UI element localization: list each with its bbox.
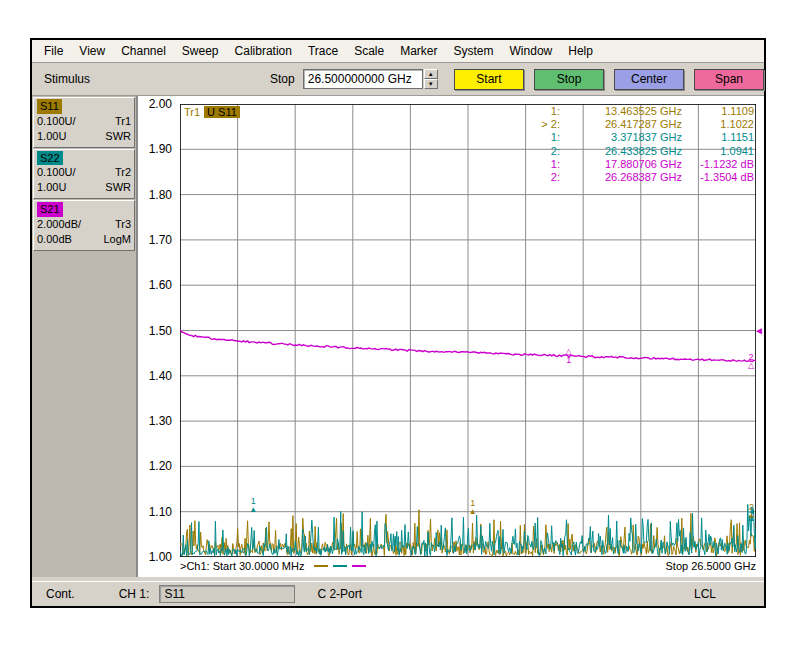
marker-readout: 1:13.463525 GHz1.1109> 2:26.417287 GHz1.…: [526, 105, 754, 184]
trace-name-s11: S11: [37, 99, 62, 114]
menu-bar: FileViewChannelSweepCalibrationTraceScal…: [32, 40, 764, 63]
active-trace-label: Tr1: [184, 106, 200, 118]
trace-name-s21: S21: [37, 202, 63, 217]
trace-sidebar: S110.100U/Tr11.00USWRS220.100U/Tr21.00US…: [32, 96, 138, 577]
y-tick: 1.00: [149, 550, 172, 564]
menu-scale[interactable]: Scale: [346, 42, 392, 60]
status-measurement-box[interactable]: S11: [159, 585, 295, 603]
main-area: S110.100U/Tr11.00USWRS220.100U/Tr21.00US…: [32, 96, 764, 581]
trace-card-row: 0.00dBLogM: [37, 232, 131, 247]
center-button[interactable]: Center: [614, 69, 684, 90]
trace-card-row: 0.100U/Tr1: [37, 114, 131, 129]
menu-calibration[interactable]: Calibration: [227, 42, 300, 60]
marker-readout-id: 2:: [526, 171, 560, 184]
trace-card-row: 2.000dB/Tr3: [37, 217, 131, 232]
legend-dash-tr1: [314, 565, 328, 567]
y-tick: 1.90: [149, 142, 172, 156]
marker-readout-freq: 13.463525 GHz: [566, 105, 682, 118]
menu-sweep[interactable]: Sweep: [174, 42, 227, 60]
stepper-down-icon[interactable]: ▼: [424, 79, 438, 89]
status-continuous: Cont.: [46, 587, 75, 601]
menu-view[interactable]: View: [71, 42, 113, 60]
status-lcl-indicator: LCL: [694, 587, 716, 601]
marker-readout-value: 1.1109: [688, 105, 754, 118]
span-button[interactable]: Span: [694, 69, 764, 90]
trace-name-s22: S22: [37, 151, 63, 166]
marker-readout-value: -1.1232 dB: [688, 158, 754, 171]
stop-frequency-input[interactable]: 26.500000000 GHz: [303, 69, 423, 89]
menu-help[interactable]: Help: [560, 42, 601, 60]
marker-readout-freq: 17.880706 GHz: [566, 158, 682, 171]
menu-marker[interactable]: Marker: [392, 42, 445, 60]
y-tick: 1.20: [149, 459, 172, 473]
menu-file[interactable]: File: [36, 42, 71, 60]
marker-readout-freq: 26.417287 GHz: [566, 118, 682, 131]
marker-readout-id: 1:: [526, 131, 560, 144]
marker-readout-value: -1.3504 dB: [688, 171, 754, 184]
marker-readout-freq: 26.433825 GHz: [566, 145, 682, 158]
y-tick: 1.30: [149, 414, 172, 428]
start-button[interactable]: Start: [454, 69, 524, 90]
menu-channel[interactable]: Channel: [113, 42, 174, 60]
marker-readout-value: 1.1022: [688, 118, 754, 131]
y-tick: 1.60: [149, 278, 172, 292]
trace-card-row: 1.00USWR: [37, 180, 131, 195]
trace-card-s21[interactable]: S212.000dB/Tr30.00dBLogM: [33, 200, 135, 251]
status-channel-label: CH 1:: [119, 587, 150, 601]
stop-frequency-footer-label: Stop 26.5000 GHz: [665, 560, 756, 572]
menu-system[interactable]: System: [446, 42, 502, 60]
marker-readout-freq: 3.371837 GHz: [566, 131, 682, 144]
marker-readout-id: > 2:: [526, 118, 560, 131]
menu-window[interactable]: Window: [502, 42, 561, 60]
menu-trace[interactable]: Trace: [300, 42, 346, 60]
stop-frequency-stepper: ▲ ▼: [424, 69, 438, 89]
stimulus-toolbar: Stimulus Stop 26.500000000 GHz ▲ ▼ Start…: [32, 63, 764, 96]
plot-column: 2.001.901.801.701.601.501.401.301.201.10…: [138, 96, 764, 577]
status-measurement-value: S11: [164, 587, 184, 601]
stop-field-label: Stop: [270, 72, 295, 86]
y-axis-labels: 2.001.901.801.701.601.501.401.301.201.10…: [139, 104, 176, 557]
channel-start-label: >Ch1: Start 30.0000 MHz: [180, 560, 304, 572]
trace-card-row: 1.00USWR: [37, 129, 131, 144]
plot-footer: >Ch1: Start 30.0000 MHz Stop 26.5000 GHz: [138, 557, 764, 577]
stimulus-buttons: StartStopCenterSpan: [454, 69, 764, 90]
y-tick: 2.00: [149, 97, 172, 111]
legend-dash-tr3: [352, 565, 366, 567]
marker-readout-value: 1.1151: [688, 131, 754, 144]
vna-application-window: FileViewChannelSweepCalibrationTraceScal…: [30, 38, 766, 608]
marker-readout-freq: 26.268387 GHz: [566, 171, 682, 184]
trace-card-row: 0.100U/Tr2: [37, 165, 131, 180]
y-tick: 1.50: [149, 324, 172, 338]
y-tick: 1.70: [149, 233, 172, 247]
marker-readout-id: 1:: [526, 158, 560, 171]
stop-frequency-value: 26.500000000 GHz: [308, 72, 412, 86]
trace-card-s11[interactable]: S110.100U/Tr11.00USWR: [33, 97, 135, 148]
legend-dash-tr2: [333, 565, 347, 567]
y-tick: 1.80: [149, 188, 172, 202]
y-tick: 1.40: [149, 369, 172, 383]
marker-readout-id: 2:: [526, 145, 560, 158]
plot-area: 2.001.901.801.701.601.501.401.301.201.10…: [180, 104, 756, 557]
marker-readout-id: 1:: [526, 105, 560, 118]
stimulus-label: Stimulus: [44, 72, 90, 86]
active-trace-badge: U S11: [204, 106, 240, 118]
trace-card-s22[interactable]: S220.100U/Tr21.00USWR: [33, 149, 135, 200]
status-cal-indicator: C 2-Port: [317, 587, 362, 601]
stop-button[interactable]: Stop: [534, 69, 604, 90]
stepper-up-icon[interactable]: ▲: [424, 69, 438, 79]
marker-readout-value: 1.0941: [688, 145, 754, 158]
active-trace-indicator: Tr1 U S11: [184, 106, 240, 118]
screen: FileViewChannelSweepCalibrationTraceScal…: [0, 0, 800, 650]
trace-legend-dashes: [314, 565, 366, 567]
status-bar: Cont. CH 1: S11 C 2-Port LCL: [32, 581, 764, 606]
y-tick: 1.10: [149, 505, 172, 519]
